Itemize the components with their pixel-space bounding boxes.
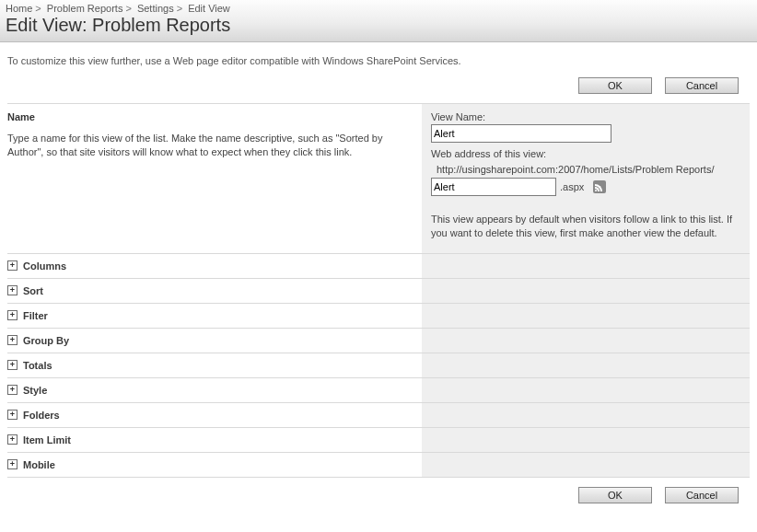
totals-section-label: Totals bbox=[23, 360, 52, 371]
columns-section-header[interactable]: +Columns bbox=[7, 255, 422, 277]
expand-icon[interactable]: + bbox=[7, 360, 17, 370]
filter-section[interactable]: +Filter bbox=[7, 304, 750, 329]
mobile-section-header[interactable]: +Mobile bbox=[7, 454, 422, 476]
itemlimit-section[interactable]: +Item Limit bbox=[7, 428, 750, 453]
name-section-right: View Name: Web address of this view: htt… bbox=[422, 104, 750, 253]
breadcrumb: Home> Problem Reports> Settings> Edit Vi… bbox=[0, 0, 757, 14]
itemlimit-section-body bbox=[422, 428, 750, 452]
ok-button-top[interactable]: OK bbox=[578, 77, 652, 94]
mobile-section-body bbox=[422, 453, 750, 477]
groupby-section-label: Group By bbox=[23, 335, 69, 346]
sort-section-label: Sort bbox=[23, 285, 43, 296]
bottom-button-row: OK Cancel bbox=[0, 478, 757, 513]
view-name-label: View Name: bbox=[431, 111, 737, 122]
default-view-note: This view appears by default when visito… bbox=[431, 213, 737, 240]
mobile-section[interactable]: +Mobile bbox=[7, 453, 750, 477]
cancel-button-bottom[interactable]: Cancel bbox=[665, 487, 739, 503]
expand-icon[interactable]: + bbox=[7, 260, 17, 271]
folders-section-label: Folders bbox=[23, 410, 60, 421]
columns-section[interactable]: +Columns bbox=[7, 254, 750, 279]
ok-button-bottom[interactable]: OK bbox=[578, 487, 652, 503]
expand-icon[interactable]: + bbox=[7, 459, 17, 469]
web-address-prefix: http://usingsharepoint.com:2007/home/Lis… bbox=[431, 161, 737, 178]
expand-icon[interactable]: + bbox=[7, 285, 17, 295]
breadcrumb-link-settings[interactable]: Settings bbox=[137, 3, 174, 14]
groupby-section[interactable]: +Group By bbox=[7, 329, 750, 353]
style-section[interactable]: +Style bbox=[7, 378, 750, 403]
name-section: Name Type a name for this view of the li… bbox=[7, 104, 750, 254]
totals-section[interactable]: +Totals bbox=[7, 353, 750, 378]
view-name-input[interactable] bbox=[431, 124, 611, 143]
page-title: Edit View: Problem Reports bbox=[0, 14, 757, 41]
folders-section[interactable]: +Folders bbox=[7, 403, 750, 428]
name-description: Type a name for this view of the list. M… bbox=[7, 132, 403, 159]
expand-icon[interactable]: + bbox=[7, 385, 17, 395]
expand-icon[interactable]: + bbox=[7, 434, 17, 445]
breadcrumb-link-home[interactable]: Home bbox=[6, 3, 32, 14]
itemlimit-section-label: Item Limit bbox=[23, 434, 71, 445]
sort-section-header[interactable]: +Sort bbox=[7, 280, 422, 302]
intro-text: To customize this view further, use a We… bbox=[0, 42, 757, 72]
name-section-left: Name Type a name for this view of the li… bbox=[7, 104, 422, 253]
web-address-suffix: .aspx bbox=[560, 181, 584, 192]
web-address-file-input[interactable] bbox=[431, 178, 556, 196]
style-section-label: Style bbox=[23, 385, 47, 396]
columns-section-label: Columns bbox=[23, 260, 66, 272]
groupby-section-header[interactable]: +Group By bbox=[7, 330, 422, 352]
cancel-button-top[interactable]: Cancel bbox=[665, 77, 739, 94]
sort-section-body bbox=[422, 279, 750, 303]
rss-icon[interactable] bbox=[593, 180, 606, 193]
style-section-body bbox=[422, 378, 750, 402]
columns-section-body bbox=[422, 254, 750, 278]
folders-section-body bbox=[422, 403, 750, 427]
filter-section-header[interactable]: +Filter bbox=[7, 305, 422, 327]
itemlimit-section-header[interactable]: +Item Limit bbox=[7, 429, 422, 451]
header-band: Home> Problem Reports> Settings> Edit Vi… bbox=[0, 0, 757, 42]
expand-icon[interactable]: + bbox=[7, 310, 17, 320]
totals-section-body bbox=[422, 353, 750, 377]
style-section-header[interactable]: +Style bbox=[7, 379, 422, 401]
breadcrumb-link-list[interactable]: Problem Reports bbox=[47, 3, 123, 14]
folders-section-header[interactable]: +Folders bbox=[7, 404, 422, 426]
filter-section-body bbox=[422, 304, 750, 328]
settings-panel: Name Type a name for this view of the li… bbox=[7, 103, 750, 478]
web-address-label: Web address of this view: bbox=[431, 148, 737, 159]
mobile-section-label: Mobile bbox=[23, 459, 55, 470]
name-heading: Name bbox=[7, 111, 403, 132]
expand-icon[interactable]: + bbox=[7, 335, 17, 345]
breadcrumb-current: Edit View bbox=[188, 3, 230, 14]
groupby-section-body bbox=[422, 329, 750, 353]
sort-section[interactable]: +Sort bbox=[7, 279, 750, 304]
top-button-row: OK Cancel bbox=[0, 72, 757, 103]
filter-section-label: Filter bbox=[23, 310, 48, 321]
expand-icon[interactable]: + bbox=[7, 410, 17, 420]
totals-section-header[interactable]: +Totals bbox=[7, 354, 422, 376]
